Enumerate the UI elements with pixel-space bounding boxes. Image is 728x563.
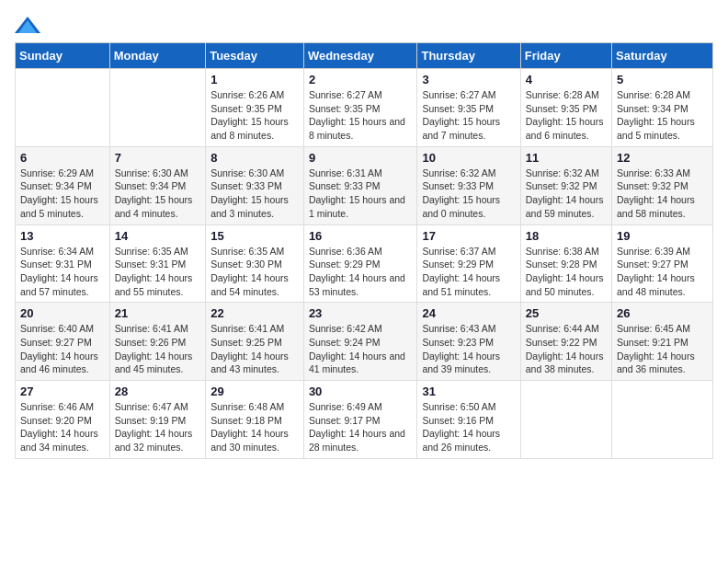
day-number: 7 [115, 151, 200, 165]
day-number: 22 [210, 306, 299, 320]
weekday-header-thursday: Thursday [417, 43, 520, 69]
day-info: Sunrise: 6:28 AM Sunset: 9:35 PM Dayligh… [526, 88, 607, 143]
day-number: 11 [526, 151, 607, 165]
day-number: 28 [115, 385, 200, 398]
calendar-cell: 18Sunrise: 6:38 AM Sunset: 9:28 PM Dayli… [520, 224, 611, 303]
day-info: Sunrise: 6:48 AM Sunset: 9:18 PM Dayligh… [210, 400, 299, 454]
day-info: Sunrise: 6:47 AM Sunset: 9:19 PM Dayligh… [115, 400, 200, 454]
day-info: Sunrise: 6:27 AM Sunset: 9:35 PM Dayligh… [422, 88, 515, 143]
weekday-header-wednesday: Wednesday [303, 43, 417, 69]
calendar-cell: 12Sunrise: 6:33 AM Sunset: 9:32 PM Dayli… [612, 146, 713, 224]
day-number: 26 [617, 306, 708, 320]
calendar-cell: 24Sunrise: 6:43 AM Sunset: 9:23 PM Dayli… [417, 303, 520, 381]
day-number: 12 [617, 151, 708, 165]
day-number: 13 [20, 229, 105, 243]
day-info: Sunrise: 6:31 AM Sunset: 9:33 PM Dayligh… [309, 167, 413, 221]
day-number: 27 [20, 385, 105, 398]
day-number: 31 [422, 385, 515, 398]
day-info: Sunrise: 6:46 AM Sunset: 9:20 PM Dayligh… [20, 400, 105, 454]
calendar-cell: 23Sunrise: 6:42 AM Sunset: 9:24 PM Dayli… [303, 303, 417, 381]
calendar-cell: 5Sunrise: 6:28 AM Sunset: 9:34 PM Daylig… [612, 69, 713, 147]
calendar-cell: 1Sunrise: 6:26 AM Sunset: 9:35 PM Daylig… [206, 69, 304, 147]
calendar-cell: 14Sunrise: 6:35 AM Sunset: 9:31 PM Dayli… [109, 224, 205, 303]
calendar-cell: 28Sunrise: 6:47 AM Sunset: 9:19 PM Dayli… [109, 381, 205, 459]
day-info: Sunrise: 6:36 AM Sunset: 9:29 PM Dayligh… [309, 245, 413, 299]
weekday-header-row: SundayMondayTuesdayWednesdayThursdayFrid… [16, 43, 713, 69]
day-number: 16 [309, 229, 413, 243]
calendar-cell: 31Sunrise: 6:50 AM Sunset: 9:16 PM Dayli… [417, 381, 520, 459]
day-number: 15 [210, 229, 299, 243]
day-info: Sunrise: 6:41 AM Sunset: 9:26 PM Dayligh… [115, 322, 200, 376]
day-number: 29 [210, 385, 299, 398]
day-info: Sunrise: 6:40 AM Sunset: 9:27 PM Dayligh… [20, 322, 105, 376]
day-number: 19 [617, 229, 708, 243]
calendar-cell: 29Sunrise: 6:48 AM Sunset: 9:18 PM Dayli… [206, 381, 304, 459]
day-number: 14 [115, 229, 200, 243]
week-row-2: 6Sunrise: 6:29 AM Sunset: 9:34 PM Daylig… [16, 146, 713, 224]
day-number: 2 [309, 73, 413, 86]
week-row-4: 20Sunrise: 6:40 AM Sunset: 9:27 PM Dayli… [16, 303, 713, 381]
weekday-header-sunday: Sunday [16, 43, 110, 69]
calendar-cell: 27Sunrise: 6:46 AM Sunset: 9:20 PM Dayli… [16, 381, 110, 459]
day-info: Sunrise: 6:35 AM Sunset: 9:30 PM Dayligh… [210, 245, 299, 299]
week-row-1: 1Sunrise: 6:26 AM Sunset: 9:35 PM Daylig… [16, 69, 713, 147]
day-info: Sunrise: 6:26 AM Sunset: 9:35 PM Dayligh… [210, 88, 299, 143]
day-info: Sunrise: 6:30 AM Sunset: 9:33 PM Dayligh… [210, 167, 299, 221]
logo [15, 15, 44, 35]
day-info: Sunrise: 6:37 AM Sunset: 9:29 PM Dayligh… [422, 245, 515, 299]
day-number: 21 [115, 306, 200, 320]
calendar-cell: 25Sunrise: 6:44 AM Sunset: 9:22 PM Dayli… [520, 303, 611, 381]
calendar-cell: 26Sunrise: 6:45 AM Sunset: 9:21 PM Dayli… [612, 303, 713, 381]
day-number: 8 [210, 151, 299, 165]
calendar-cell: 21Sunrise: 6:41 AM Sunset: 9:26 PM Dayli… [109, 303, 205, 381]
day-number: 4 [526, 73, 607, 86]
day-info: Sunrise: 6:41 AM Sunset: 9:25 PM Dayligh… [210, 322, 299, 376]
week-row-5: 27Sunrise: 6:46 AM Sunset: 9:20 PM Dayli… [16, 381, 713, 459]
calendar-cell: 11Sunrise: 6:32 AM Sunset: 9:32 PM Dayli… [520, 146, 611, 224]
calendar-cell: 7Sunrise: 6:30 AM Sunset: 9:34 PM Daylig… [109, 146, 205, 224]
calendar-cell [520, 381, 611, 459]
day-number: 10 [422, 151, 515, 165]
day-info: Sunrise: 6:30 AM Sunset: 9:34 PM Dayligh… [115, 167, 200, 221]
day-info: Sunrise: 6:39 AM Sunset: 9:27 PM Dayligh… [617, 245, 708, 299]
day-number: 9 [309, 151, 413, 165]
calendar-cell: 2Sunrise: 6:27 AM Sunset: 9:35 PM Daylig… [303, 69, 417, 147]
day-number: 24 [422, 306, 515, 320]
weekday-header-monday: Monday [109, 43, 205, 69]
day-number: 18 [526, 229, 607, 243]
calendar-table: SundayMondayTuesdayWednesdayThursdayFrid… [15, 42, 713, 459]
calendar-cell: 9Sunrise: 6:31 AM Sunset: 9:33 PM Daylig… [303, 146, 417, 224]
day-info: Sunrise: 6:34 AM Sunset: 9:31 PM Dayligh… [20, 245, 105, 299]
logo-icon [15, 15, 40, 35]
day-info: Sunrise: 6:28 AM Sunset: 9:34 PM Dayligh… [617, 88, 708, 143]
calendar-cell: 22Sunrise: 6:41 AM Sunset: 9:25 PM Dayli… [206, 303, 304, 381]
calendar-cell: 3Sunrise: 6:27 AM Sunset: 9:35 PM Daylig… [417, 69, 520, 147]
day-number: 1 [210, 73, 299, 86]
day-number: 17 [422, 229, 515, 243]
calendar-cell: 15Sunrise: 6:35 AM Sunset: 9:30 PM Dayli… [206, 224, 304, 303]
weekday-header-friday: Friday [520, 43, 611, 69]
day-number: 6 [20, 151, 105, 165]
day-number: 3 [422, 73, 515, 86]
week-row-3: 13Sunrise: 6:34 AM Sunset: 9:31 PM Dayli… [16, 224, 713, 303]
calendar-cell: 8Sunrise: 6:30 AM Sunset: 9:33 PM Daylig… [206, 146, 304, 224]
day-info: Sunrise: 6:35 AM Sunset: 9:31 PM Dayligh… [115, 245, 200, 299]
day-info: Sunrise: 6:29 AM Sunset: 9:34 PM Dayligh… [20, 167, 105, 221]
day-number: 20 [20, 306, 105, 320]
day-info: Sunrise: 6:49 AM Sunset: 9:17 PM Dayligh… [309, 400, 413, 454]
calendar-cell: 16Sunrise: 6:36 AM Sunset: 9:29 PM Dayli… [303, 224, 417, 303]
calendar-cell: 6Sunrise: 6:29 AM Sunset: 9:34 PM Daylig… [16, 146, 110, 224]
day-info: Sunrise: 6:32 AM Sunset: 9:32 PM Dayligh… [526, 167, 607, 221]
calendar-cell [612, 381, 713, 459]
weekday-header-tuesday: Tuesday [206, 43, 304, 69]
weekday-header-saturday: Saturday [612, 43, 713, 69]
calendar-cell: 19Sunrise: 6:39 AM Sunset: 9:27 PM Dayli… [612, 224, 713, 303]
calendar-cell: 13Sunrise: 6:34 AM Sunset: 9:31 PM Dayli… [16, 224, 110, 303]
day-number: 5 [617, 73, 708, 86]
day-number: 25 [526, 306, 607, 320]
day-info: Sunrise: 6:50 AM Sunset: 9:16 PM Dayligh… [422, 400, 515, 454]
calendar-cell: 20Sunrise: 6:40 AM Sunset: 9:27 PM Dayli… [16, 303, 110, 381]
calendar-cell: 30Sunrise: 6:49 AM Sunset: 9:17 PM Dayli… [303, 381, 417, 459]
day-info: Sunrise: 6:32 AM Sunset: 9:33 PM Dayligh… [422, 167, 515, 221]
day-info: Sunrise: 6:27 AM Sunset: 9:35 PM Dayligh… [309, 88, 413, 143]
